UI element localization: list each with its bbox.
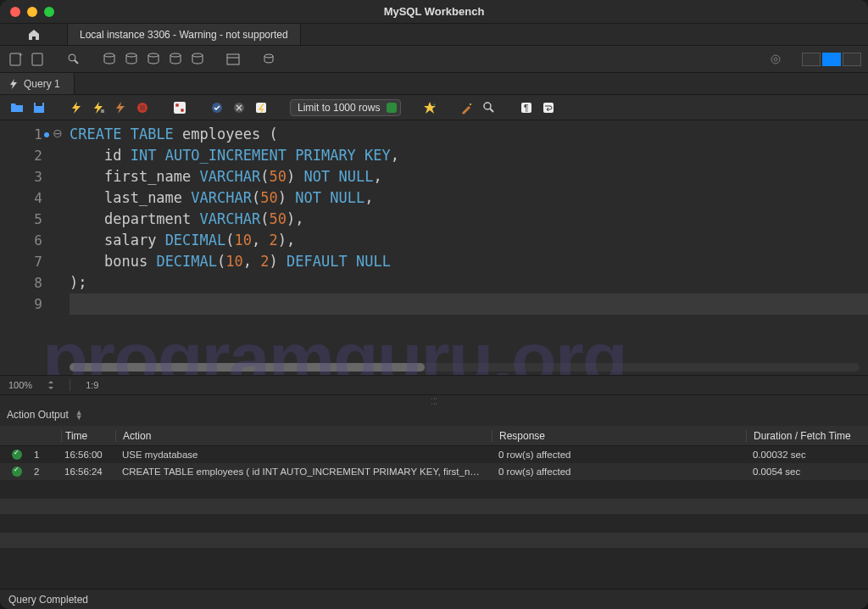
col-time[interactable]: Time	[61, 430, 115, 442]
titlebar: MySQL Workbench	[0, 0, 868, 24]
editor-status-strip: 100% 1:9	[0, 375, 868, 395]
output-type-select[interactable]: Action Output	[7, 409, 69, 421]
status-ok-icon	[12, 467, 22, 477]
select-arrows-icon: ▲▼	[75, 410, 83, 420]
db-icon-3[interactable]	[144, 50, 163, 69]
svg-point-28	[484, 103, 491, 109]
line-gutter: 123456789	[0, 120, 51, 375]
toggle-1-icon[interactable]	[171, 99, 188, 116]
favorite-icon[interactable]: +	[421, 99, 438, 116]
svg-text:+: +	[432, 101, 437, 109]
output-table: Time Action Response Duration / Fetch Ti…	[0, 426, 868, 589]
svg-line-4	[75, 60, 78, 64]
svg-point-8	[170, 53, 181, 57]
db-icon-4[interactable]	[166, 50, 185, 69]
svg-rect-10	[227, 54, 239, 64]
svg-rect-17	[101, 109, 104, 113]
maximize-window-button[interactable]	[44, 7, 54, 17]
svg-rect-20	[174, 102, 186, 114]
toggle-invisible-icon[interactable]: ¶	[518, 99, 535, 116]
inspector-icon[interactable]	[64, 50, 83, 69]
panel-right-toggle[interactable]	[843, 53, 861, 66]
query-tab-label: Query 1	[24, 78, 60, 90]
sql-editor[interactable]: 123456789 CREATE TABLE employees ( id IN…	[0, 120, 868, 375]
connection-tabbar: Local instance 3306 - Warning - not supp…	[0, 24, 868, 46]
autocommit-icon[interactable]	[253, 99, 270, 116]
svg-point-12	[264, 54, 273, 58]
settings-gear-icon[interactable]	[766, 50, 785, 69]
minimize-window-button[interactable]	[27, 7, 37, 17]
col-duration[interactable]: Duration / Fetch Time	[746, 430, 868, 442]
find-icon[interactable]	[481, 99, 498, 116]
open-sql-file-icon[interactable]	[29, 50, 47, 69]
query-tabbar: Query 1	[0, 73, 868, 95]
svg-point-9	[192, 53, 203, 57]
new-sql-tab-icon[interactable]: +	[7, 50, 25, 69]
main-toolbar: +	[0, 46, 868, 73]
col-response[interactable]: Response	[492, 430, 746, 442]
svg-point-5	[104, 53, 114, 57]
refresh-db-icon[interactable]	[259, 50, 278, 69]
db-icon-2[interactable]	[122, 50, 141, 69]
home-icon	[27, 28, 41, 42]
code-content[interactable]: CREATE TABLE employees ( id INT AUTO_INC…	[70, 120, 868, 375]
status-ok-icon	[12, 450, 22, 460]
output-row[interactable]: 2 16:56:24 CREATE TABLE employees ( id I…	[0, 463, 868, 480]
rollback-icon[interactable]	[231, 99, 248, 116]
lightning-icon	[8, 79, 19, 89]
svg-rect-19	[140, 105, 145, 110]
save-file-icon[interactable]	[31, 99, 47, 116]
svg-point-21	[175, 103, 179, 107]
execute-icon[interactable]	[68, 99, 85, 116]
beautify-icon[interactable]	[459, 99, 476, 116]
svg-point-14	[774, 58, 777, 61]
panel-bottom-toggle[interactable]	[822, 53, 841, 66]
output-row[interactable]: 1 16:56:00 USE mydatabase 0 row(s) affec…	[0, 446, 868, 463]
cursor-position: 1:9	[86, 380, 98, 390]
editor-hscrollbar[interactable]	[70, 363, 860, 372]
output-header: Action Output ▲▼	[0, 404, 868, 426]
limit-rows-label: Limit to 1000 rows	[298, 102, 380, 114]
svg-text:+: +	[19, 52, 23, 59]
db-icon-1[interactable]	[100, 50, 119, 69]
query-tab[interactable]: Query 1	[0, 73, 75, 94]
stop-icon[interactable]	[134, 99, 151, 116]
editor-toolbar: Limit to 1000 rows + ¶	[0, 95, 868, 120]
commit-icon[interactable]	[209, 99, 225, 116]
svg-text:¶: ¶	[524, 103, 528, 113]
app-title: MySQL Workbench	[384, 5, 485, 18]
panel-left-toggle[interactable]	[802, 53, 821, 66]
table-icon[interactable]	[224, 50, 242, 69]
svg-point-13	[771, 55, 780, 64]
svg-rect-16	[36, 103, 42, 106]
zoom-stepper-icon[interactable]	[47, 381, 54, 389]
svg-point-22	[181, 109, 184, 112]
footer-status: Query Completed	[0, 589, 868, 609]
execute-current-icon[interactable]	[90, 99, 107, 116]
limit-rows-select[interactable]: Limit to 1000 rows	[290, 99, 401, 116]
home-tab[interactable]	[0, 24, 68, 45]
fold-column	[51, 120, 70, 375]
zoom-level[interactable]: 100%	[8, 380, 32, 390]
wrap-icon[interactable]	[540, 99, 557, 116]
close-window-button[interactable]	[10, 7, 20, 17]
connection-tab[interactable]: Local instance 3306 - Warning - not supp…	[68, 24, 301, 45]
svg-point-27	[470, 103, 471, 105]
open-file-icon[interactable]	[8, 99, 25, 116]
output-splitter[interactable]	[0, 395, 868, 404]
explain-icon[interactable]	[112, 99, 129, 116]
col-action[interactable]: Action	[115, 430, 492, 442]
db-icon-5[interactable]	[188, 50, 207, 69]
svg-rect-2	[32, 53, 42, 65]
svg-point-3	[69, 54, 75, 61]
svg-line-29	[490, 109, 493, 112]
svg-point-7	[148, 53, 159, 57]
svg-point-6	[126, 53, 136, 57]
